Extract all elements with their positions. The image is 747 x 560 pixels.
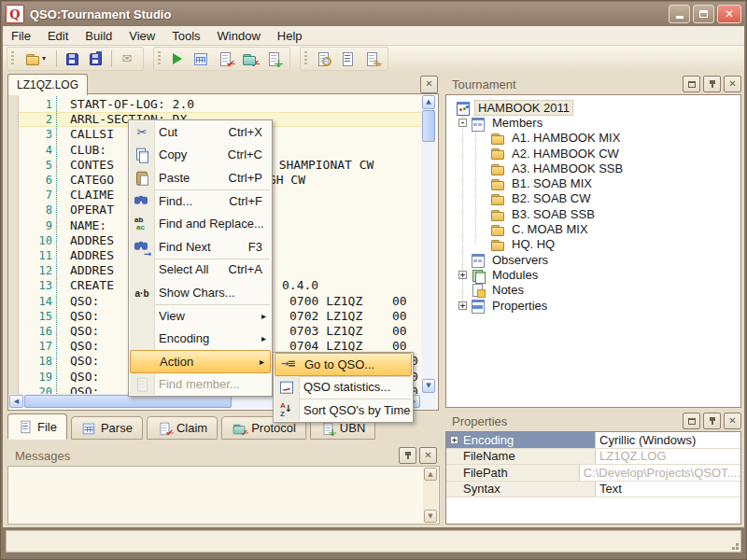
expand-icon[interactable]: + bbox=[458, 301, 467, 310]
context-menu-item-action[interactable]: Action▸ bbox=[130, 350, 271, 373]
menu-item-label: View bbox=[159, 309, 262, 323]
tree-item-hambook-2011[interactable]: HAMBOOK 2011 bbox=[446, 100, 741, 115]
minimize-icon bbox=[676, 16, 684, 19]
property-row-filename[interactable]: FileNameLZ1QZ.LOG bbox=[446, 449, 740, 466]
toolbar-separator bbox=[111, 50, 112, 67]
ubn-button[interactable]: ↓ bbox=[261, 49, 286, 69]
properties-close-button[interactable]: ✕ bbox=[724, 413, 741, 429]
context-menu-item-find-next[interactable]: →Find NextF3 bbox=[129, 235, 272, 259]
tab-file[interactable]: File bbox=[7, 413, 67, 440]
save-all-button[interactable] bbox=[84, 49, 108, 69]
menu-file[interactable]: File bbox=[3, 27, 39, 45]
messages-panel-content[interactable]: ▲ ▼ bbox=[7, 466, 440, 525]
collapse-icon[interactable]: - bbox=[458, 119, 467, 127]
properties-pin-button[interactable] bbox=[703, 413, 721, 429]
expand-icon[interactable]: + bbox=[458, 271, 467, 279]
tree-item-b1-soab-mix[interactable]: B1. SOAB MIX bbox=[446, 176, 741, 191]
scroll-down-button[interactable]: ▼ bbox=[424, 510, 437, 523]
menu-tools[interactable]: Tools bbox=[163, 27, 208, 45]
folder-icon bbox=[490, 221, 505, 237]
send-mail-button[interactable]: ✉ bbox=[115, 49, 139, 69]
tree-item-modules[interactable]: +Modules bbox=[446, 267, 741, 282]
context-menu-item-paste[interactable]: PasteCtrl+P bbox=[129, 166, 272, 189]
minimize-button[interactable] bbox=[669, 5, 690, 23]
messages-close-button[interactable]: ✕ bbox=[419, 447, 437, 464]
tree-item-a2-hambook-cw[interactable]: A2. HAMBOOK CW bbox=[446, 146, 741, 161]
messages-scrollbar[interactable]: ▲ ▼ bbox=[423, 468, 438, 523]
vertical-scrollbar-thumb[interactable] bbox=[422, 110, 435, 142]
menu-build[interactable]: Build bbox=[77, 27, 120, 45]
editor-vertical-scrollbar[interactable]: ▲ ▼ bbox=[421, 94, 436, 394]
editor-text: ADDRES bbox=[70, 263, 114, 278]
close-button[interactable]: ✕ bbox=[717, 5, 741, 23]
menu-window[interactable]: Window bbox=[209, 27, 269, 45]
find-replace-icon: abac bbox=[134, 216, 150, 231]
tree-item-hq-hq[interactable]: HQ. HQ bbox=[446, 237, 741, 252]
property-value[interactable]: Text bbox=[596, 482, 740, 497]
submenu-item-qso-statistics[interactable]: QSO statistics... bbox=[274, 376, 413, 399]
context-menu-item-copy[interactable]: CopyCtrl+C bbox=[129, 144, 272, 167]
line-number: 2 bbox=[19, 112, 52, 127]
parse-button[interactable] bbox=[189, 49, 213, 69]
property-value[interactable]: LZ1QZ.LOG bbox=[596, 449, 740, 465]
context-menu-item-find-and-replace[interactable]: abacFind and Replace... bbox=[129, 212, 272, 235]
tournament-maximize-button[interactable] bbox=[683, 76, 700, 92]
tree-item-properties[interactable]: +Properties bbox=[446, 298, 741, 313]
context-menu-item-encoding[interactable]: Encoding▸ bbox=[129, 327, 272, 350]
scroll-down-button[interactable]: ▼ bbox=[422, 379, 435, 393]
expand-icon[interactable]: + bbox=[450, 436, 458, 444]
tree-item-observers[interactable]: +Observers bbox=[446, 252, 741, 267]
scroll-up-button[interactable]: ▲ bbox=[424, 468, 437, 481]
editor-text: CATEGO bbox=[70, 173, 114, 188]
protocol-button[interactable]: ✔ bbox=[237, 49, 261, 69]
menu-view[interactable]: View bbox=[120, 27, 163, 45]
properties-grid: +EncodingCyrillic (Windows)FileNameLZ1QZ… bbox=[445, 431, 741, 525]
save-button[interactable] bbox=[60, 49, 84, 69]
menu-item-label: QSO statistics... bbox=[303, 380, 403, 394]
tab-parse[interactable]: Parse bbox=[71, 416, 143, 440]
tree-item-c-moab-mix[interactable]: C. MOAB MIX bbox=[446, 221, 741, 236]
claim-button[interactable]: ✔ bbox=[213, 49, 237, 69]
tree-item-a3-hambook-ssb[interactable]: A3. HAMBOOK SSB bbox=[446, 161, 741, 175]
tab-close-button[interactable]: ✕ bbox=[420, 76, 438, 93]
property-row-filepath[interactable]: FilePathC:\Develop\Projects\QSOT.... bbox=[446, 465, 740, 482]
property-row-encoding[interactable]: +EncodingCyrillic (Windows) bbox=[446, 432, 740, 449]
line-number: 17 bbox=[19, 339, 52, 354]
messages-pin-button[interactable] bbox=[399, 447, 416, 464]
open-button[interactable]: ▾ bbox=[18, 49, 53, 69]
run-button[interactable] bbox=[164, 49, 189, 69]
context-menu-item-show-chars[interactable]: a·bShow Chars... bbox=[129, 281, 272, 304]
document-tab[interactable]: LZ1QZ.LOG bbox=[7, 74, 88, 95]
tree-item-b3-soab-ssb[interactable]: B3. SOAB SSB bbox=[446, 206, 741, 221]
tree-item-a1-hambook-mix[interactable]: A1. HAMBOOK MIX bbox=[446, 131, 741, 146]
property-value[interactable]: Cyrillic (Windows) bbox=[596, 432, 740, 448]
tree-item-members[interactable]: -Members bbox=[446, 115, 741, 130]
submenu-item-sort-qso-s-by-time[interactable]: AZ↓Sort QSO's by Time bbox=[274, 399, 413, 422]
menu-edit[interactable]: Edit bbox=[39, 27, 77, 45]
scroll-left-button[interactable]: ◀ bbox=[9, 395, 23, 408]
tree-item-b2-soab-cw[interactable]: B2. SOAB CW bbox=[446, 191, 741, 206]
folder-icon bbox=[490, 237, 505, 253]
properties-maximize-button[interactable] bbox=[683, 413, 700, 429]
tree-item-notes[interactable]: +Notes bbox=[446, 283, 741, 298]
tournament-pin-button[interactable] bbox=[703, 76, 721, 92]
context-menu-item-find[interactable]: Find...Ctrl+F bbox=[129, 189, 272, 213]
context-menu-item-cut[interactable]: ✂CutCtrl+X bbox=[129, 120, 272, 144]
tab-claim[interactable]: ✔Claim bbox=[147, 416, 218, 440]
property-value[interactable]: C:\Develop\Projects\QSOT.... bbox=[580, 465, 740, 481]
messages-button[interactable] bbox=[335, 49, 359, 69]
title-bar[interactable]: Q QSO:Tournament Studio ✕ bbox=[2, 2, 745, 26]
tournament-close-button[interactable]: ✕ bbox=[724, 76, 741, 92]
menu-item-shortcut: Ctrl+A bbox=[229, 262, 262, 276]
find-in-files-button[interactable] bbox=[311, 49, 335, 69]
context-menu-item-select-all[interactable]: Select AllCtrl+A bbox=[129, 259, 272, 282]
editor-line-1[interactable]: 1START-OF-LOG: 2.0 bbox=[19, 97, 421, 112]
menu-help[interactable]: Help bbox=[269, 27, 311, 45]
context-menu-item-view[interactable]: View▸ bbox=[129, 304, 272, 328]
property-row-syntax[interactable]: SyntaxText bbox=[446, 482, 740, 498]
submenu-item-go-to-qso[interactable]: →≡Go to QSO... bbox=[275, 353, 412, 376]
maximize-button[interactable] bbox=[693, 5, 714, 23]
scroll-up-button[interactable]: ▲ bbox=[422, 95, 435, 109]
resize-grip-icon[interactable] bbox=[729, 540, 739, 550]
properties-button[interactable]: ✎ bbox=[359, 49, 384, 69]
